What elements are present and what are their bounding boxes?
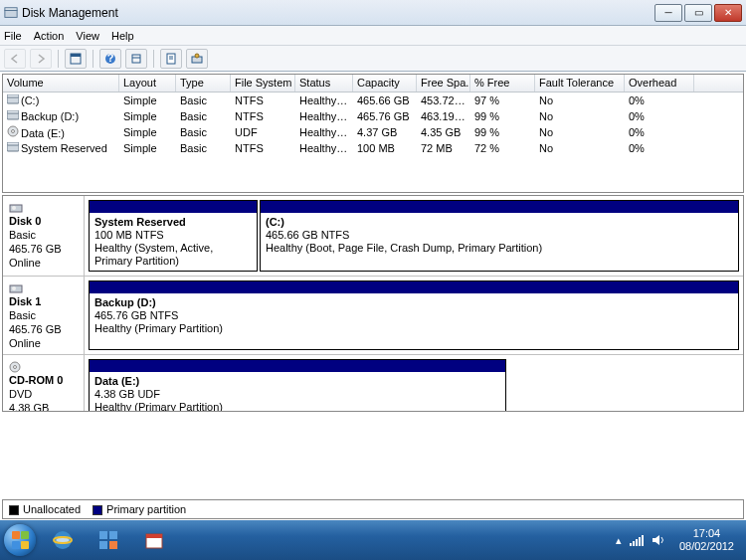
titlebar: Disk Management ─ ▭ ✕	[0, 0, 746, 26]
drive-icon	[7, 142, 19, 152]
clock-date: 08/02/2012	[679, 540, 734, 553]
hdd-icon	[9, 282, 23, 294]
taskbar-app2[interactable]	[132, 524, 176, 556]
svg-rect-39	[642, 535, 644, 546]
disk-row: Disk 0Basic465.76 GBOnlineSystem Reserve…	[3, 196, 743, 277]
col-pctfree[interactable]: % Free	[470, 75, 535, 92]
menu-bar: File Action View Help	[0, 26, 746, 46]
legend-primary: Primary partition	[106, 503, 186, 515]
partition-label: Data (E:)4.38 GB UDFHealthy (Primary Par…	[90, 372, 505, 412]
svg-rect-36	[633, 541, 635, 546]
volume-row[interactable]: Data (E:)SimpleBasicUDFHealthy (P...4.37…	[3, 124, 743, 140]
svg-rect-21	[10, 205, 22, 212]
volume-list[interactable]: Volume Layout Type File System Status Ca…	[2, 74, 744, 193]
svg-rect-23	[10, 285, 22, 292]
svg-rect-34	[146, 534, 162, 538]
partition-stripe	[90, 281, 738, 293]
refresh-button[interactable]	[125, 49, 147, 69]
maximize-button[interactable]: ▭	[684, 4, 712, 22]
svg-rect-3	[71, 54, 81, 57]
help-button[interactable]: ?	[99, 49, 121, 69]
disk-info[interactable]: Disk 0Basic465.76 GBOnline	[3, 196, 85, 276]
drive-icon	[7, 125, 19, 135]
legend: Unallocated Primary partition	[2, 499, 744, 519]
drive-icon	[7, 94, 19, 104]
menu-action[interactable]: Action	[34, 30, 65, 42]
col-overhead[interactable]: Overhead	[625, 75, 694, 92]
partition-label: (C:)465.66 GB NTFSHealthy (Boot, Page Fi…	[261, 213, 738, 258]
forward-button[interactable]	[30, 49, 52, 69]
svg-rect-6	[132, 55, 140, 63]
taskbar-ie[interactable]	[41, 524, 85, 556]
taskbar: ▴ 17:04 08/02/2012	[0, 520, 746, 560]
back-button[interactable]	[4, 49, 26, 69]
svg-rect-30	[109, 531, 117, 539]
svg-point-24	[12, 286, 16, 290]
svg-rect-38	[639, 537, 641, 546]
clock[interactable]: 17:04 08/02/2012	[673, 527, 740, 553]
svg-point-22	[12, 206, 16, 210]
disk-row: CD-ROM 0DVD4.38 GBOnlineData (E:)4.38 GB…	[3, 355, 743, 412]
svg-rect-31	[99, 541, 107, 549]
close-button[interactable]: ✕	[714, 4, 742, 22]
app-icon	[4, 6, 18, 20]
svg-point-12	[195, 54, 199, 58]
partition[interactable]: (C:)465.66 GB NTFSHealthy (Boot, Page Fi…	[260, 200, 739, 272]
volume-row[interactable]: (C:)SimpleBasicNTFSHealthy (B...465.66 G…	[3, 93, 743, 108]
volume-icon[interactable]	[652, 533, 665, 547]
swatch-primary	[93, 505, 102, 515]
network-icon[interactable]	[630, 533, 644, 547]
partition[interactable]: System Reserved100 MB NTFSHealthy (Syste…	[89, 200, 258, 272]
menu-view[interactable]: View	[76, 30, 99, 42]
volume-row[interactable]: System ReservedSimpleBasicNTFSHealthy (S…	[3, 140, 743, 156]
col-volume[interactable]: Volume	[3, 75, 119, 92]
drive-icon	[7, 110, 19, 120]
disk-graphical-view: Disk 0Basic465.76 GBOnlineSystem Reserve…	[2, 195, 744, 412]
partition-label: System Reserved100 MB NTFSHealthy (Syste…	[90, 213, 257, 271]
disk-row: Disk 1Basic465.76 GBOnlineBackup (D:)465…	[3, 277, 743, 355]
disk-info[interactable]: CD-ROM 0DVD4.38 GBOnline	[3, 355, 85, 412]
tray-arrow-icon[interactable]: ▴	[616, 534, 622, 547]
col-capacity[interactable]: Capacity	[353, 75, 417, 92]
properties-button[interactable]	[160, 49, 182, 69]
minimize-button[interactable]: ─	[654, 4, 682, 22]
svg-rect-32	[109, 541, 117, 549]
partition-stripe	[90, 360, 505, 372]
col-fault[interactable]: Fault Tolerance	[535, 75, 625, 92]
partition[interactable]: Backup (D:)465.76 GB NTFSHealthy (Primar…	[89, 280, 739, 350]
svg-rect-37	[636, 539, 638, 546]
partition-stripe	[90, 201, 257, 213]
col-freespace[interactable]: Free Spa...	[417, 75, 470, 92]
system-tray[interactable]: ▴ 17:04 08/02/2012	[610, 527, 746, 553]
col-status[interactable]: Status	[295, 75, 353, 92]
menu-help[interactable]: Help	[111, 30, 134, 42]
volume-row[interactable]: Backup (D:)SimpleBasicNTFSHealthy (P...4…	[3, 108, 743, 124]
svg-point-18	[12, 130, 15, 133]
svg-rect-29	[99, 531, 107, 539]
swatch-unallocated	[9, 505, 19, 515]
start-button[interactable]	[0, 520, 40, 560]
toolbar: ?	[0, 46, 746, 72]
col-layout[interactable]: Layout	[119, 75, 176, 92]
window-title: Disk Management	[22, 6, 653, 20]
partition-label: Backup (D:)465.76 GB NTFSHealthy (Primar…	[90, 293, 738, 338]
svg-rect-14	[7, 94, 19, 97]
svg-point-26	[14, 366, 17, 369]
partition-stripe	[261, 201, 738, 213]
col-type[interactable]: Type	[176, 75, 231, 92]
hdd-icon	[9, 202, 23, 214]
svg-rect-35	[630, 543, 632, 546]
svg-rect-0	[5, 10, 17, 17]
clock-time: 17:04	[679, 527, 734, 540]
col-filesystem[interactable]: File System	[231, 75, 295, 92]
taskbar-app1[interactable]	[87, 524, 130, 556]
menu-file[interactable]: File	[4, 30, 22, 42]
settings-button[interactable]	[186, 49, 208, 69]
disk-info[interactable]: Disk 1Basic465.76 GBOnline	[3, 277, 85, 354]
partition[interactable]: Data (E:)4.38 GB UDFHealthy (Primary Par…	[89, 359, 506, 412]
view-button[interactable]	[65, 49, 87, 69]
svg-rect-1	[5, 7, 17, 10]
svg-text:?: ?	[107, 53, 114, 64]
legend-unallocated: Unallocated	[23, 503, 81, 515]
column-headers[interactable]: Volume Layout Type File System Status Ca…	[3, 75, 743, 93]
